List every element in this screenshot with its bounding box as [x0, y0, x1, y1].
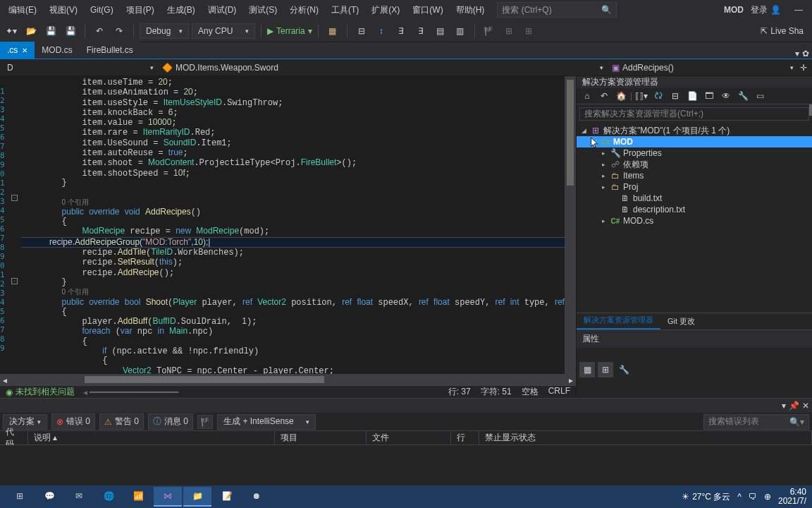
status-eol[interactable]: CRLF — [548, 386, 570, 398]
tool-btn-1[interactable]: ▦ — [324, 23, 341, 40]
redo-button[interactable]: ↷ — [111, 23, 128, 40]
fold-icon[interactable]: - — [11, 278, 18, 284]
issues-indicator[interactable]: ◉ 未找到相关问题 — [6, 386, 75, 398]
tree-proj-folder[interactable]: ▸🗀Proj — [577, 181, 812, 193]
view-icon[interactable]: ▭ — [752, 88, 768, 104]
tab-git-changes[interactable]: Git 更改 — [660, 313, 702, 329]
collapse-icon[interactable]: ⊟ — [668, 88, 683, 104]
editor-body[interactable]: 12345678901234567890123456789 - - item.u… — [0, 76, 576, 374]
splitter-icon[interactable] — [809, 104, 812, 116]
reference-lens[interactable]: 0 个引用 — [62, 198, 89, 206]
taskbar-clock[interactable]: 6:402021/7/ — [778, 488, 806, 506]
minimize-button[interactable]: — — [788, 5, 809, 15]
task-obs[interactable]: ⏺ — [242, 487, 271, 507]
task-notepad[interactable]: 📝 — [213, 487, 241, 507]
tool-btn-6[interactable]: ▥ — [452, 23, 469, 40]
solution-tree[interactable]: ◢⊞解决方案"MOD"(1 个项目/共 1 个) ◢C#MOD ▸🔧Proper… — [577, 123, 812, 228]
menu-tools[interactable]: 工具(T) — [326, 1, 364, 19]
fold-icon[interactable]: - — [11, 195, 18, 201]
live-share-button[interactable]: ⇱Live Sha — [761, 26, 809, 36]
menu-debug[interactable]: 调试(D) — [202, 1, 242, 19]
tray-icon[interactable]: ⊕ — [764, 492, 771, 502]
preview-icon[interactable]: 👁 — [718, 88, 734, 104]
vertical-scrollbar[interactable] — [565, 76, 576, 374]
open-button[interactable]: 📂 — [23, 23, 39, 40]
reference-lens[interactable]: 0 个引用 — [62, 288, 89, 296]
tool-btn-9[interactable]: ⊞ — [520, 23, 537, 40]
el-search-input[interactable]: 搜索错误列表🔍▾ — [703, 414, 809, 430]
tree-solution-root[interactable]: ◢⊞解决方案"MOD"(1 个项目/共 1 个) — [577, 125, 812, 136]
save-all-button[interactable]: 💾 — [62, 23, 79, 40]
close-icon[interactable]: ✕ — [22, 47, 27, 54]
el-messages-filter[interactable]: ⓘ消息 0 — [148, 413, 193, 430]
taskbar-weather[interactable]: ☀ 27°C 多云 — [682, 491, 730, 503]
bookmark-button[interactable]: 🏴 — [481, 23, 498, 40]
split-icon[interactable]: ✛ — [798, 63, 809, 73]
el-errors-filter[interactable]: ⊗错误 0 — [51, 413, 95, 430]
quick-search-input[interactable]: 搜索 (Ctrl+Q) 🔍 — [497, 2, 617, 18]
tool-btn-5[interactable]: ▤ — [432, 23, 449, 40]
task-wechat[interactable]: 💬 — [35, 487, 63, 507]
tree-items-folder[interactable]: ▸🗀Items — [577, 170, 812, 181]
menu-view[interactable]: 视图(V) — [44, 1, 83, 19]
tree-mod-cs[interactable]: ▸C#MOD.cs — [577, 215, 812, 226]
tool-btn-8[interactable]: ⊞ — [500, 23, 517, 40]
menu-edit[interactable]: 编辑(E) — [3, 1, 42, 19]
tab-mod[interactable]: MOD.cs — [35, 42, 79, 59]
el-build-filter-btn[interactable]: 🏴 — [197, 415, 213, 429]
outdent-button[interactable]: ∃ — [412, 23, 429, 40]
task-app1[interactable]: 📶 — [124, 487, 152, 507]
menu-git[interactable]: Git(G) — [85, 2, 119, 18]
el-dropdown-icon[interactable]: ▾ — [782, 401, 786, 411]
back-icon[interactable]: ↶ — [596, 88, 612, 104]
save-button[interactable]: 💾 — [42, 23, 59, 40]
prop-wrench-icon[interactable]: 🔧 — [616, 362, 632, 377]
el-col-file[interactable]: 文件 — [367, 430, 451, 445]
menu-window[interactable]: 窗口(W) — [407, 1, 448, 19]
prop-alpha-icon[interactable]: ⊞ — [598, 362, 613, 377]
new-button[interactable]: ✦▾ — [3, 23, 20, 40]
home2-icon[interactable]: 🏠 — [613, 88, 629, 104]
tree-description-txt[interactable]: 🗎description.txt — [577, 204, 812, 215]
el-close-icon[interactable]: ✕ — [802, 401, 809, 411]
code-text[interactable]: item.useTime = 20; item.useAnimation = 2… — [18, 76, 576, 374]
task-explorer[interactable]: 📁 — [183, 487, 211, 507]
task-vs[interactable]: ⋈ — [154, 487, 182, 507]
menu-analyze[interactable]: 分析(N) — [284, 1, 324, 19]
el-pin-icon[interactable]: 📌 — [789, 401, 799, 411]
platform-dropdown[interactable]: Any CPU▾ — [192, 23, 255, 39]
tab-current[interactable]: .cs✕ — [0, 42, 35, 59]
el-warnings-filter[interactable]: ⚠警告 0 — [99, 413, 144, 430]
tab-solution-explorer[interactable]: 解决方案资源管理器 — [577, 312, 660, 329]
el-col-proj[interactable]: 项目 — [275, 430, 367, 445]
el-build-dropdown[interactable]: 生成 + IntelliSense ▾ — [217, 414, 316, 430]
properties-icon[interactable]: 🗔 — [701, 88, 717, 104]
tree-deps[interactable]: ▸☍依赖项 — [577, 159, 812, 170]
tray-icon[interactable]: 🗨 — [749, 492, 757, 502]
tray-chevron-icon[interactable]: ^ — [737, 492, 742, 502]
el-col-desc[interactable]: 说明 ▴ — [28, 430, 275, 445]
solution-search-input[interactable]: 搜索解决方案资源管理器(Ctrl+;) — [579, 107, 809, 121]
tabs-dropdown-icon[interactable]: ▾ — [795, 49, 799, 59]
menu-help[interactable]: 帮助(H) — [450, 1, 491, 19]
tree-project[interactable]: ◢C#MOD — [577, 136, 812, 147]
home-icon[interactable]: ⌂ — [579, 88, 595, 104]
nav-method-dropdown[interactable]: ▣AddRecipes()▾ — [608, 63, 798, 73]
sync-icon[interactable]: ⟦⟧▾ — [634, 88, 649, 104]
menu-project[interactable]: 项目(P) — [121, 1, 160, 19]
menu-extensions[interactable]: 扩展(X) — [366, 1, 405, 19]
tabs-settings-icon[interactable]: ✿ — [802, 49, 809, 59]
menu-test[interactable]: 测试(S) — [243, 1, 283, 19]
el-col-line[interactable]: 行 — [451, 430, 479, 445]
status-indent[interactable]: 空格 — [522, 386, 539, 398]
nav-project-dropdown[interactable]: D▾ — [3, 63, 158, 73]
tab-firebullet[interactable]: FireBullet.cs — [80, 42, 140, 59]
task-start[interactable]: ⊞ — [6, 487, 34, 507]
comment-button[interactable]: ⊟ — [353, 23, 370, 40]
tree-build-txt[interactable]: 🗎build.txt — [577, 193, 812, 204]
el-col-suppress[interactable]: 禁止显示状态 — [479, 430, 812, 445]
login-button[interactable]: 登录 👤 — [751, 4, 781, 16]
nav-class-dropdown[interactable]: 🔶MOD.Items.Weapon.Sword▾ — [158, 63, 608, 73]
menu-build[interactable]: 生成(B) — [161, 1, 201, 19]
outline-gutter[interactable]: - - — [10, 76, 18, 374]
